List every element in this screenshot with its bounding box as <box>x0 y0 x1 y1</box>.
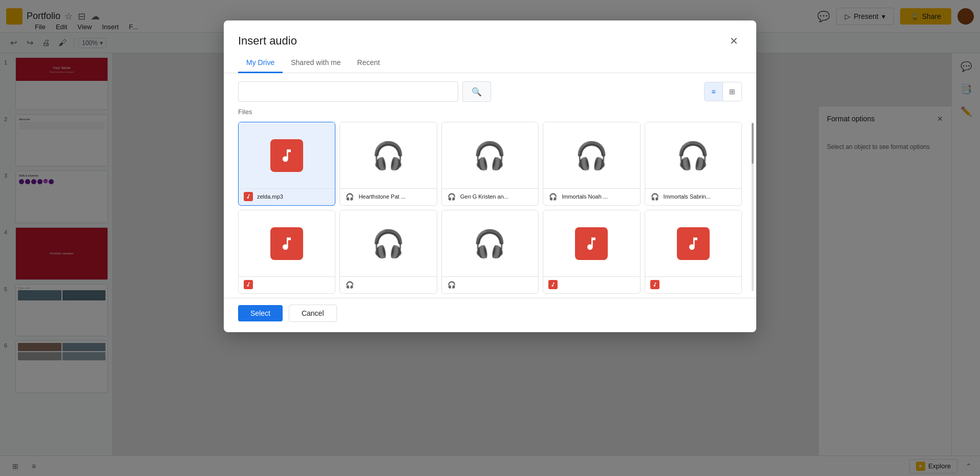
file-thumb-1: 🎧 <box>340 122 436 189</box>
list-view-toggle[interactable]: ≡ <box>705 82 723 101</box>
tab-shared-with-me[interactable]: Shared with me <box>283 53 349 73</box>
headphone-icon-3: 🎧 <box>575 142 608 169</box>
file-item-3[interactable]: 🎧 🎧 Immortals Noah ... <box>543 122 640 206</box>
view-toggle: ≡ ⊞ <box>704 82 742 101</box>
file-grid: zelda.mp3 🎧 🎧 Hearthstone Pat ... <box>238 122 742 294</box>
file-item-7[interactable]: 🎧 🎧 <box>441 210 539 294</box>
file-name-2: Gen G Kristen an... <box>460 193 508 200</box>
file-item-6[interactable]: 🎧 🎧 <box>339 210 437 294</box>
file-item-9[interactable] <box>645 210 742 294</box>
file-item-2[interactable]: 🎧 🎧 Gen G Kristen an... <box>441 122 539 206</box>
search-input[interactable] <box>238 81 458 102</box>
headphone-icon-7: 🎧 <box>473 230 506 257</box>
music-icon-8 <box>575 227 608 260</box>
modal-title: Insert audio <box>238 34 297 48</box>
file-thumb-4: 🎧 <box>645 122 741 189</box>
modal-files: Files <box>224 106 756 298</box>
modal-footer: Select Cancel <box>224 298 756 332</box>
file-type-icon-5 <box>244 280 253 289</box>
modal-header: Insert audio ✕ <box>224 20 756 49</box>
file-info-3: 🎧 Immortals Noah ... <box>543 189 640 205</box>
search-icon: 🔍 <box>472 87 482 97</box>
modal-tabs: My Drive Shared with me Recent <box>224 53 756 73</box>
file-item-5[interactable] <box>238 210 335 294</box>
file-thumb-7: 🎧 <box>442 210 538 277</box>
modal-scrollbar[interactable] <box>751 123 754 291</box>
search-button[interactable]: 🔍 <box>462 81 491 102</box>
file-item-0[interactable]: zelda.mp3 <box>238 122 335 206</box>
file-name-0: zelda.mp3 <box>257 193 283 200</box>
file-name-4: Immortals Sabrin... <box>664 193 711 200</box>
modal-overlay: Insert audio ✕ My Drive Shared with me R… <box>0 0 980 476</box>
headphone-icon-6: 🎧 <box>372 230 405 257</box>
file-info-0: zelda.mp3 <box>239 189 335 205</box>
file-type-icon-1: 🎧 <box>345 192 354 201</box>
tab-my-drive[interactable]: My Drive <box>238 53 283 73</box>
modal-close-button[interactable]: ✕ <box>726 33 742 49</box>
file-info-1: 🎧 Hearthstone Pat ... <box>340 189 436 205</box>
file-info-4: 🎧 Immortals Sabrin... <box>645 189 741 205</box>
file-type-icon-3: 🎧 <box>548 192 558 201</box>
file-info-7: 🎧 <box>442 277 538 293</box>
file-info-8 <box>543 277 640 293</box>
file-thumb-3: 🎧 <box>543 122 640 189</box>
cancel-button[interactable]: Cancel <box>289 305 337 322</box>
tab-recent[interactable]: Recent <box>349 53 388 73</box>
file-item-1[interactable]: 🎧 🎧 Hearthstone Pat ... <box>339 122 437 206</box>
file-thumb-2: 🎧 <box>442 122 538 189</box>
file-info-2: 🎧 Gen G Kristen an... <box>442 189 538 205</box>
file-thumb-0 <box>239 122 335 189</box>
file-thumb-6: 🎧 <box>340 210 436 277</box>
file-type-icon-6: 🎧 <box>345 280 354 289</box>
files-label: Files <box>238 108 742 116</box>
file-type-icon-4: 🎧 <box>650 192 659 201</box>
file-thumb-8 <box>543 210 640 277</box>
select-button[interactable]: Select <box>238 305 283 321</box>
music-icon-9 <box>677 227 710 260</box>
file-info-6: 🎧 <box>340 277 436 293</box>
file-thumb-5 <box>239 210 335 277</box>
file-item-4[interactable]: 🎧 🎧 Immortals Sabrin... <box>645 122 742 206</box>
headphone-icon-1: 🎧 <box>372 142 405 169</box>
music-icon-0 <box>270 139 303 172</box>
file-name-3: Immortals Noah ... <box>562 193 608 200</box>
file-type-icon-8 <box>548 280 558 289</box>
file-item-8[interactable] <box>543 210 640 294</box>
file-type-icon-7: 🎧 <box>447 280 456 289</box>
headphone-icon-4: 🎧 <box>676 142 710 169</box>
file-name-1: Hearthstone Pat ... <box>358 193 406 200</box>
insert-audio-modal: Insert audio ✕ My Drive Shared with me R… <box>224 20 756 332</box>
modal-search-area: 🔍 ≡ ⊞ <box>224 73 756 106</box>
music-icon-5 <box>270 227 303 260</box>
headphone-icon-2: 🎧 <box>473 142 506 169</box>
file-thumb-9 <box>645 210 741 277</box>
file-type-icon-0 <box>244 192 253 201</box>
file-info-9 <box>645 277 741 293</box>
file-type-icon-9 <box>650 280 659 289</box>
file-info-5 <box>239 277 335 293</box>
grid-view-toggle[interactable]: ⊞ <box>723 82 741 101</box>
file-type-icon-2: 🎧 <box>447 192 456 201</box>
